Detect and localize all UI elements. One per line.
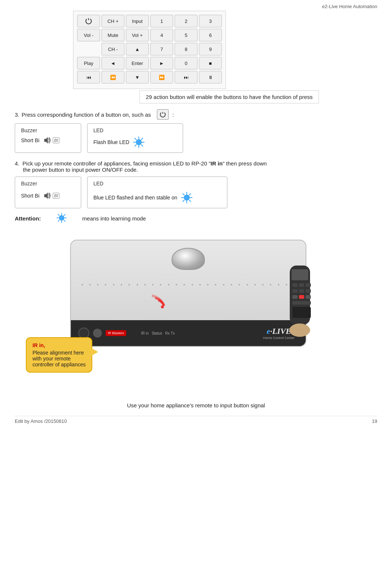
- led-content-step4: Blue LED flashed and then stable on: [93, 191, 221, 204]
- remote-grid: CH + Input 1 2 3 Vol - Mute Vol + 4 5 6 …: [73, 11, 226, 89]
- step3-colon2: :: [171, 112, 174, 118]
- remote-btn-right[interactable]: ►: [150, 57, 173, 69]
- svg-line-17: [189, 200, 191, 202]
- remote-btn-0[interactable]: 0: [175, 57, 197, 69]
- remote-row-2: Vol - Mute Vol + 4 5 6: [77, 29, 222, 41]
- bi-label-step3: BI: [53, 137, 59, 143]
- remote-btn-6[interactable]: 6: [199, 29, 222, 41]
- remote-btn-1[interactable]: 1: [150, 15, 173, 27]
- led-title-step4: LED: [93, 181, 221, 186]
- step3-indicator-row: Buzzer Short Bi BI LED Flash Blue LED: [15, 123, 377, 153]
- step4-number: 4.: [15, 160, 20, 167]
- led-box-step4: LED Blue LED flashed and then stable on: [87, 177, 227, 208]
- short-bi-label-step3: Short Bi: [21, 137, 39, 143]
- svg-marker-0: [44, 137, 48, 144]
- led-sun-icon-step3: [132, 136, 145, 149]
- svg-line-16: [183, 194, 185, 195]
- bottom-caption-text: Use your home appliance's remote to inpu…: [127, 402, 265, 408]
- step4-description: Pick up your remote controller of applia…: [21, 160, 267, 167]
- brand-header: e2-Live Home Automation: [15, 4, 377, 9]
- svg-line-6: [135, 138, 137, 140]
- led-sun-icon-step4: [180, 191, 193, 204]
- svg-rect-32: [292, 283, 298, 287]
- signal-icon-area: [151, 284, 173, 311]
- remote-btn-ch-minus[interactable]: CH -: [102, 43, 124, 55]
- action-callout-box: 29 action button will enable the buttons…: [140, 90, 319, 103]
- remote-btn-9[interactable]: 9: [199, 43, 222, 55]
- svg-rect-35: [292, 289, 298, 293]
- short-bi-label-step4: Short Bi: [21, 193, 39, 199]
- device-bottom-panel: IR Blasters IR in Status Rx Tx e·LIVE Ho…: [71, 320, 306, 346]
- svg-point-29: [161, 305, 164, 308]
- svg-line-28: [58, 220, 59, 221]
- remote-btn-pause[interactable]: ⏸: [199, 71, 222, 83]
- remote-btn-down[interactable]: ▼: [126, 71, 149, 83]
- device-dome: [172, 248, 205, 270]
- ir-callout-title: IR in,: [32, 342, 86, 348]
- remote-btn-enter[interactable]: Enter: [126, 57, 149, 69]
- remote-btn-stop[interactable]: ■: [199, 57, 222, 69]
- svg-rect-31: [292, 269, 308, 280]
- remote-btn-rewind[interactable]: ⏪: [102, 71, 124, 83]
- remote-btn-4[interactable]: 4: [150, 29, 173, 41]
- svg-line-27: [64, 214, 65, 215]
- svg-rect-38: [292, 295, 298, 299]
- remote-btn-vol-minus[interactable]: Vol -: [77, 29, 100, 41]
- svg-rect-36: [299, 289, 304, 293]
- remote-btn-3[interactable]: 3: [199, 15, 222, 27]
- remote-row-1: CH + Input 1 2 3: [77, 15, 222, 27]
- bottom-caption: Use your home appliance's remote to inpu…: [15, 402, 377, 408]
- remote-btn-power[interactable]: [77, 15, 100, 27]
- buzzer-icon-step4: BI: [42, 191, 59, 201]
- remote-btn-prev-track[interactable]: ⏮: [77, 71, 100, 83]
- remote-btn-input[interactable]: Input: [126, 15, 149, 27]
- svg-rect-40: [306, 295, 311, 299]
- power-icon-inline: [157, 109, 169, 120]
- led-title-step3: LED: [93, 127, 177, 133]
- attention-label: Attention:: [15, 215, 41, 222]
- remote-btn-7[interactable]: 7: [150, 43, 173, 55]
- remote-btn-forward[interactable]: ⏩: [150, 71, 173, 83]
- led-content-step3: Flash Blue LED: [93, 136, 177, 149]
- remote-btn-next-track[interactable]: ⏭: [175, 71, 197, 83]
- remote-hand: [277, 262, 321, 344]
- svg-point-11: [184, 195, 189, 200]
- svg-point-20: [59, 216, 64, 220]
- remote-btn-left[interactable]: ◄: [102, 57, 124, 69]
- svg-line-25: [58, 214, 59, 215]
- device-status-labels: IR in Status Rx Tx: [141, 331, 175, 335]
- remote-btn-5[interactable]: 5: [175, 29, 197, 41]
- remote-section: CH + Input 1 2 3 Vol - Mute Vol + 4 5 6 …: [15, 11, 377, 103]
- remote-btn-up[interactable]: ▲: [126, 43, 149, 55]
- buzzer-box-step4: Buzzer Short Bi BI: [15, 177, 81, 208]
- step3-text: 3. Press corresponding function of a but…: [15, 109, 377, 120]
- svg-marker-10: [44, 192, 48, 199]
- svg-line-8: [141, 138, 143, 140]
- remote-btn-mute[interactable]: Mute: [102, 29, 124, 41]
- svg-line-19: [183, 200, 185, 202]
- remote-btn-vol-plus[interactable]: Vol +: [126, 29, 149, 41]
- svg-rect-44: [289, 326, 310, 334]
- buzzer-box-step3: Buzzer Short Bi BI: [15, 123, 81, 153]
- svg-line-9: [135, 145, 137, 146]
- buzzer-content-step3: Short Bi BI: [21, 136, 75, 145]
- ir-callout-line3: controller of appliances: [32, 362, 86, 367]
- svg-rect-42: [292, 307, 311, 318]
- ir-callout-line2: with your remote: [32, 356, 86, 362]
- remote-btn-2[interactable]: 2: [175, 15, 197, 27]
- remote-btn-ch-plus[interactable]: CH +: [102, 15, 124, 27]
- brand-text: e2-Live Home Automation: [322, 4, 377, 9]
- svg-rect-37: [306, 289, 311, 293]
- svg-point-1: [136, 140, 141, 145]
- svg-rect-41: [292, 301, 311, 305]
- remote-btn-8[interactable]: 8: [175, 43, 197, 55]
- svg-line-26: [64, 220, 65, 221]
- remote-row-5: ⏮ ⏪ ▼ ⏩ ⏭ ⏸: [77, 71, 222, 83]
- ir-callout-line1: Please alignment here: [32, 350, 86, 356]
- svg-rect-39: [299, 295, 304, 299]
- buzzer-icon-step3: BI: [42, 136, 59, 145]
- bi-label-step4: BI: [53, 193, 59, 199]
- remote-btn-play[interactable]: Play: [77, 57, 100, 69]
- callout-text: 29 action button will enable the buttons…: [146, 94, 313, 100]
- svg-line-7: [141, 145, 143, 146]
